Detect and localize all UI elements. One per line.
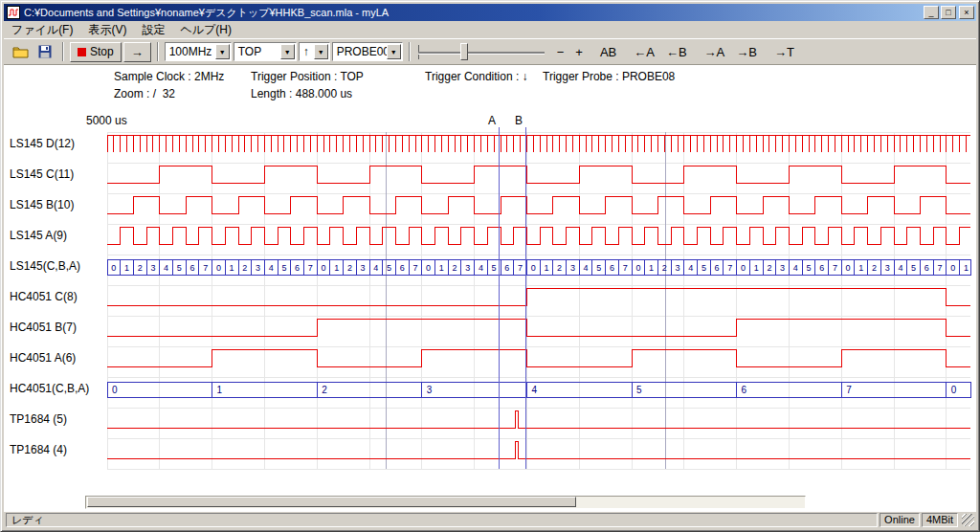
- bus-value: 0: [321, 263, 325, 273]
- bus-value: 0: [112, 385, 118, 395]
- channel-label: HC4051 A(6): [10, 351, 76, 365]
- waveform-trace: [107, 196, 970, 213]
- bus-value: 2: [452, 263, 457, 273]
- bus-value: 1: [649, 263, 654, 273]
- goto-b-left-button[interactable]: ←B: [661, 43, 692, 61]
- bus-value: 6: [400, 263, 405, 273]
- zoom-in-button[interactable]: +: [570, 43, 588, 61]
- bus-value: 0: [111, 263, 116, 273]
- channel-label: LS145 B(10): [10, 198, 74, 211]
- bus-value: 0: [846, 263, 851, 273]
- stop-button[interactable]: Stop: [70, 42, 122, 62]
- bus-value: 3: [885, 263, 890, 273]
- bus-value: 7: [623, 263, 628, 273]
- bus-value: 6: [189, 263, 194, 273]
- bus-value: 5: [911, 263, 916, 273]
- waveform-trace: [107, 166, 970, 183]
- bus-value: 0: [951, 385, 957, 395]
- bus-value: 3: [256, 263, 260, 273]
- waveform-plot[interactable]: 5000 usLS145 D(12)LS145 C(11)LS145 B(10)…: [4, 104, 976, 473]
- bus-value: 1: [334, 263, 339, 273]
- menu-settings[interactable]: 設定: [134, 20, 172, 40]
- bus-value: 6: [819, 263, 824, 273]
- chevron-down-icon[interactable]: ▼: [280, 44, 295, 59]
- toolbar-separator: [409, 42, 411, 61]
- goto-a-left-button[interactable]: ←A: [629, 43, 659, 61]
- chevron-down-icon[interactable]: ▼: [387, 44, 401, 59]
- bus-value: 0: [216, 263, 221, 273]
- app-icon: [6, 6, 21, 19]
- bus-value: 0: [950, 263, 955, 273]
- trigger-position-value: TOP: [234, 45, 280, 58]
- bus-value: 5: [596, 263, 601, 273]
- zoom-slider[interactable]: [418, 41, 545, 62]
- sample-rate-combo[interactable]: 100MHz ▼: [165, 42, 232, 61]
- waveform-trace: [107, 349, 970, 366]
- bus-value: 0: [635, 263, 640, 273]
- open-button[interactable]: [9, 41, 32, 62]
- bus-value: 5: [387, 263, 391, 273]
- bus-value: 6: [295, 263, 300, 273]
- bus-value: 0: [531, 263, 536, 273]
- bus-value: 2: [322, 385, 327, 395]
- bus-value: 2: [557, 263, 562, 273]
- probe-combo[interactable]: PROBE00 ▼: [332, 42, 403, 61]
- bus-value: 7: [846, 385, 852, 395]
- bus-value: 7: [412, 263, 417, 273]
- bus-value: 5: [492, 263, 497, 273]
- ab-button[interactable]: AB: [595, 43, 621, 61]
- chevron-down-icon[interactable]: ▼: [314, 44, 328, 59]
- zoom-out-button[interactable]: −: [552, 43, 569, 61]
- menu-file[interactable]: ファイル(F): [4, 20, 80, 40]
- bus-value: 7: [937, 263, 942, 273]
- bus-value: 7: [727, 263, 732, 273]
- zoom-info: Zoom : / 32: [114, 87, 175, 100]
- statusbar: レディ Online 4MBit: [4, 512, 976, 528]
- trigger-position-info: Trigger Position : TOP: [251, 70, 364, 83]
- slider-thumb[interactable]: [460, 43, 468, 60]
- resize-grip[interactable]: [962, 514, 974, 526]
- cursor-label-b: B: [515, 114, 523, 127]
- save-button[interactable]: [33, 41, 56, 62]
- bus-value: 2: [347, 263, 352, 273]
- bus-value: 5: [806, 263, 811, 273]
- bus-value: 3: [780, 263, 785, 273]
- stop-label: Stop: [90, 45, 114, 58]
- goto-b-right-button[interactable]: →B: [731, 43, 762, 61]
- bus-value: 4: [531, 385, 537, 395]
- trigger-position-combo[interactable]: TOP ▼: [234, 42, 297, 61]
- goto-a-right-button[interactable]: →A: [700, 43, 730, 61]
- bus-value: 5: [636, 385, 642, 395]
- toolbar: Stop → 100MHz ▼ TOP ▼ ↑ ▼ PROBE00 ▼ − +: [4, 38, 976, 65]
- status-message: レディ: [6, 513, 878, 527]
- bus-value: 1: [439, 263, 444, 273]
- channel-label: LS145(C,B,A): [10, 259, 80, 273]
- close-button[interactable]: ×: [959, 6, 974, 19]
- bus-value: 6: [610, 263, 614, 273]
- bus-value: 3: [675, 263, 679, 273]
- bus-value: 5: [281, 263, 286, 273]
- trigger-edge-combo[interactable]: ↑ ▼: [299, 42, 330, 61]
- bus-value: 1: [754, 263, 759, 273]
- maximize-button[interactable]: □: [941, 6, 956, 19]
- bus-value: 7: [518, 263, 523, 273]
- waveform-panel: Sample Clock : 2MHz Trigger Position : T…: [4, 65, 976, 512]
- menu-help[interactable]: ヘルプ(H): [172, 20, 239, 40]
- stop-icon: [78, 48, 86, 56]
- scrollbar-thumb[interactable]: [87, 497, 576, 507]
- bus-value: 7: [833, 263, 837, 273]
- run-button[interactable]: →: [123, 42, 151, 62]
- trigger-probe-info: Trigger Probe : PROBE08: [543, 70, 675, 83]
- trigger-edge-value: ↑: [300, 45, 314, 58]
- bus-value: 5: [702, 263, 706, 273]
- goto-trigger-button[interactable]: →T: [769, 43, 799, 61]
- bus-value: 4: [269, 263, 274, 273]
- chevron-down-icon[interactable]: ▼: [215, 44, 230, 59]
- horizontal-scrollbar[interactable]: [85, 496, 806, 509]
- menu-view[interactable]: 表示(V): [80, 20, 134, 40]
- status-online: Online: [880, 513, 920, 527]
- minimize-button[interactable]: _: [924, 6, 939, 19]
- bus-value: 2: [138, 263, 143, 273]
- bus-value: 6: [504, 263, 509, 273]
- bus-value: 3: [150, 263, 155, 273]
